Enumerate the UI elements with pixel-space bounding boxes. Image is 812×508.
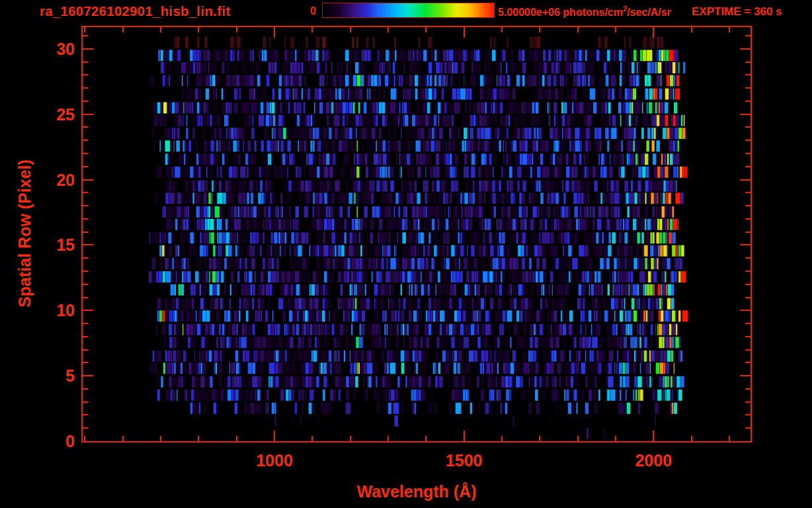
axis-tick [83, 218, 88, 220]
axis-tick [311, 27, 313, 32]
axis-tick [83, 375, 93, 376]
axis-tick [745, 323, 751, 324]
y-tick-label: 25 [40, 105, 75, 124]
axis-tick [83, 244, 93, 245]
axis-tick [425, 436, 426, 441]
axis-tick [160, 436, 161, 441]
axis-tick [83, 48, 93, 50]
axis-tick [83, 427, 88, 429]
axis-tick [501, 27, 503, 32]
axis-tick [83, 153, 88, 154]
colorbar-min-label: 0 [290, 5, 316, 17]
axis-tick [745, 257, 751, 259]
axis-tick [653, 27, 654, 38]
axis-tick [83, 388, 88, 390]
axis-tick [464, 27, 465, 38]
y-tick-label: 10 [40, 301, 75, 319]
axis-tick [425, 27, 426, 32]
axis-tick [691, 436, 692, 441]
axis-tick [501, 436, 503, 441]
axis-tick [745, 336, 751, 337]
x-tick-label: 1500 [434, 451, 494, 470]
axis-tick [236, 436, 237, 441]
axis-tick [83, 271, 88, 272]
axis-tick [387, 436, 389, 441]
axis-tick [745, 205, 751, 206]
axis-tick [745, 87, 751, 89]
x-tick-label: 1000 [245, 451, 304, 470]
axis-tick [122, 27, 124, 32]
axis-tick [311, 436, 313, 441]
colorbar-units-suffix: /sec/A/sr [627, 7, 671, 18]
axis-tick [740, 310, 751, 311]
axis-tick [740, 114, 751, 115]
axis-tick [615, 27, 616, 32]
axis-tick [83, 35, 88, 36]
axis-tick [198, 436, 199, 441]
axis-tick [83, 257, 88, 259]
axis-tick [83, 323, 88, 324]
colorbar-units-superscript: 2 [623, 5, 627, 13]
axis-tick [84, 27, 85, 32]
axis-tick [83, 74, 88, 75]
axis-tick [83, 101, 88, 102]
axis-tick [745, 271, 751, 272]
axis-tick [615, 436, 616, 441]
plot-axes-box [81, 26, 752, 443]
axis-tick [745, 218, 751, 220]
axis-tick [160, 27, 161, 32]
y-tick-label: 5 [40, 366, 75, 385]
axis-tick [745, 74, 751, 75]
axis-tick [83, 349, 88, 351]
axis-tick [745, 166, 751, 167]
axis-tick [83, 126, 88, 128]
filename-title: ra_160726102901_hisb_lin.fit [40, 4, 231, 19]
y-tick-label: 0 [40, 432, 75, 450]
axis-tick [745, 101, 751, 102]
axis-tick [350, 27, 351, 32]
axis-tick [577, 436, 579, 441]
axis-tick [729, 436, 730, 441]
y-tick-label: 15 [40, 235, 75, 254]
axis-tick [539, 436, 540, 441]
axis-tick [740, 244, 751, 245]
axis-tick [83, 205, 88, 206]
axis-tick [83, 402, 88, 403]
colorbar-max-units-label: 5.00000e+06 photons/cm2/sec/A/sr [498, 5, 671, 19]
axis-tick [83, 232, 88, 233]
x-tick-label: 2000 [624, 451, 683, 470]
axis-tick [745, 140, 751, 141]
axis-tick [691, 27, 692, 32]
axis-tick [745, 414, 751, 415]
axis-tick [745, 349, 751, 351]
axis-tick [83, 166, 88, 167]
axis-tick [83, 284, 88, 285]
axis-tick [740, 179, 751, 181]
axis-tick [745, 427, 751, 429]
axis-tick [83, 140, 88, 141]
exptime-label: EXPTIME = 360 s [692, 5, 782, 19]
axis-tick [387, 27, 389, 32]
axis-tick [729, 27, 730, 32]
colorbar-gradient [322, 3, 495, 18]
axis-tick [83, 192, 88, 193]
y-tick-label: 20 [40, 171, 75, 189]
axis-tick [745, 402, 751, 403]
axis-tick [745, 297, 751, 298]
x-axis-title: Wavelength (Å) [284, 482, 549, 501]
axis-tick [740, 375, 751, 376]
colorbar-max-value: 5.00000e+06 [498, 7, 560, 18]
axis-tick [83, 336, 88, 337]
axis-tick [745, 153, 751, 154]
axis-tick [84, 436, 85, 441]
axis-tick [745, 35, 751, 36]
axis-tick [83, 87, 88, 89]
axis-tick [236, 27, 237, 32]
axis-tick [83, 414, 88, 415]
axis-tick [464, 431, 465, 441]
axis-tick [745, 232, 751, 233]
axis-tick [83, 114, 93, 115]
axis-tick [745, 388, 751, 390]
axis-tick [740, 48, 751, 50]
axis-tick [83, 179, 93, 181]
